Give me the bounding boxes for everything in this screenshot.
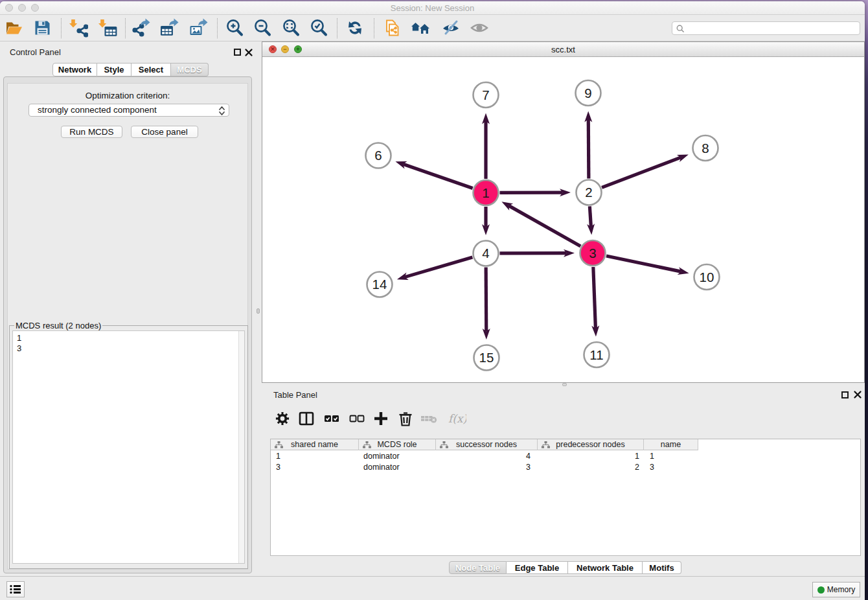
vertical-splitter-grip[interactable] — [257, 308, 260, 314]
import-network-icon[interactable] — [69, 18, 89, 39]
graph-node-8[interactable]: 8 — [693, 135, 718, 161]
graph-node-11[interactable]: 11 — [584, 342, 610, 367]
close-panel-button[interactable]: Close panel — [131, 126, 198, 138]
zoom-fit-icon[interactable] — [281, 18, 302, 39]
control-tab-style[interactable]: Style — [97, 63, 131, 76]
toolbar-separator — [61, 18, 62, 38]
delete-column-icon[interactable] — [396, 409, 415, 428]
mcds-result-scrollbar[interactable] — [238, 331, 244, 563]
first-neighbors-icon[interactable] — [411, 18, 431, 39]
column-header-2[interactable]: successor nodes — [436, 439, 538, 450]
control-tab-select[interactable]: Select — [131, 63, 171, 76]
node-label: 3 — [589, 246, 596, 260]
graph-node-4[interactable]: 4 — [474, 241, 499, 266]
add-column-icon[interactable] — [371, 409, 391, 428]
search-box[interactable] — [672, 21, 860, 35]
zoom-out-icon[interactable] — [253, 18, 273, 39]
toolbar-separator — [337, 18, 337, 38]
table-cell[interactable]: dominator — [363, 462, 436, 472]
control-panel-title: Control Panel — [10, 47, 61, 57]
graph-node-7[interactable]: 7 — [474, 82, 499, 108]
split-columns-icon[interactable] — [297, 409, 316, 428]
list-icon — [10, 584, 21, 594]
graph-node-6[interactable]: 6 — [366, 143, 391, 168]
export-table-icon[interactable] — [160, 18, 181, 39]
edge-2-9[interactable] — [588, 119, 589, 179]
table-cell[interactable]: dominator — [363, 451, 436, 461]
network-frame-title: scc.txt — [262, 45, 864, 54]
run-mcds-button[interactable]: Run MCDS — [61, 126, 122, 138]
graph-node-1[interactable]: 1 — [474, 180, 499, 205]
save-floppy-icon[interactable] — [32, 18, 53, 39]
graph-node-2[interactable]: 2 — [577, 180, 602, 205]
table-cell[interactable]: 4 — [436, 451, 531, 461]
select-all-icon[interactable] — [322, 409, 341, 428]
graph-node-3[interactable]: 3 — [580, 240, 606, 266]
import-table-icon[interactable] — [98, 18, 119, 39]
column-header-4[interactable]: name — [644, 439, 698, 450]
hide-selected-eye-icon[interactable] — [441, 18, 462, 39]
table-tab-motifs[interactable]: Motifs — [643, 561, 681, 574]
node-label: 4 — [482, 246, 489, 260]
graph-node-14[interactable]: 14 — [367, 272, 393, 297]
copy-document-icon[interactable] — [383, 18, 404, 39]
node-label: 7 — [482, 87, 489, 102]
edge-4-14[interactable] — [405, 257, 472, 277]
export-network-icon[interactable] — [131, 18, 152, 39]
table-cell[interactable]: 2 — [538, 462, 639, 472]
zoom-selected-icon[interactable] — [309, 18, 330, 39]
graph-node-15[interactable]: 15 — [474, 345, 499, 371]
table-tab-node-table[interactable]: Node Table — [449, 561, 507, 574]
table-cell[interactable]: 3 — [650, 462, 698, 472]
task-history-button[interactable] — [6, 581, 25, 597]
table-tab-edge-table[interactable]: Edge Table — [507, 561, 568, 574]
graph-node-10[interactable]: 10 — [694, 264, 720, 290]
edge-2-8[interactable] — [602, 157, 681, 187]
network-graph-canvas[interactable]: 1 2 3 4 6 7 8 9 10 11 14 15 — [262, 57, 864, 382]
node-label: 9 — [584, 86, 591, 100]
column-header-label: name — [644, 440, 698, 449]
optimization-criterion-label: Optimization criterion: — [0, 91, 255, 100]
table-cell[interactable]: 3 — [276, 462, 359, 472]
export-image-icon[interactable] — [189, 18, 210, 39]
show-all-eye-icon[interactable] — [470, 18, 490, 39]
vertical-splitter[interactable] — [255, 41, 262, 576]
column-header-1[interactable]: MCDS role — [359, 439, 436, 450]
close-icon — [244, 48, 253, 57]
table-cell[interactable]: 1 — [276, 451, 359, 461]
memory-button[interactable]: Memory — [812, 582, 860, 597]
edge-3-10[interactable] — [606, 256, 681, 271]
edge-3-11[interactable] — [593, 267, 596, 329]
table-cell[interactable]: 3 — [436, 462, 531, 472]
node-label: 11 — [589, 347, 603, 362]
edge-2-3[interactable] — [589, 206, 591, 227]
column-header-3[interactable]: predecessor nodes — [538, 439, 644, 450]
zoom-in-icon[interactable] — [225, 18, 246, 39]
edge-4-15[interactable] — [486, 267, 486, 331]
table-panel-tabs: Node TableEdge TableNetwork TableMotifs — [449, 561, 681, 574]
criterion-dropdown[interactable]: strongly connected component — [29, 104, 229, 117]
control-tab-network[interactable]: Network — [52, 63, 97, 76]
mcds-result-text[interactable]: 1 3 — [12, 330, 245, 564]
mcds-result-group: MCDS result (2 nodes) 1 3 — [9, 325, 248, 569]
refresh-icon[interactable] — [345, 18, 366, 39]
control-panel-close-button[interactable] — [244, 48, 253, 57]
main-toolbar — [0, 15, 865, 41]
search-input[interactable] — [688, 23, 856, 34]
control-panel-float-button[interactable] — [234, 49, 241, 56]
node-label: 6 — [374, 148, 382, 163]
settings-gear-icon[interactable] — [273, 409, 292, 428]
table-cell[interactable]: 1 — [650, 451, 698, 461]
node-label: 10 — [700, 270, 714, 284]
deselect-all-icon[interactable] — [347, 409, 367, 428]
edge-3-1[interactable] — [508, 205, 580, 246]
open-folder-icon[interactable] — [4, 18, 25, 39]
table-cell[interactable]: 1 — [538, 451, 639, 461]
control-tab-mcds[interactable]: MCDS — [171, 63, 209, 76]
table-tab-network-table[interactable]: Network Table — [568, 561, 643, 574]
graph-node-9[interactable]: 9 — [576, 80, 601, 106]
edge-1-6[interactable] — [403, 164, 472, 188]
control-panel-tabs: NetworkStyleSelectMCDS — [52, 63, 209, 76]
column-header-0[interactable]: shared name — [271, 439, 359, 450]
node-table[interactable]: shared name MCDS role successor nodes pr… — [270, 439, 861, 556]
